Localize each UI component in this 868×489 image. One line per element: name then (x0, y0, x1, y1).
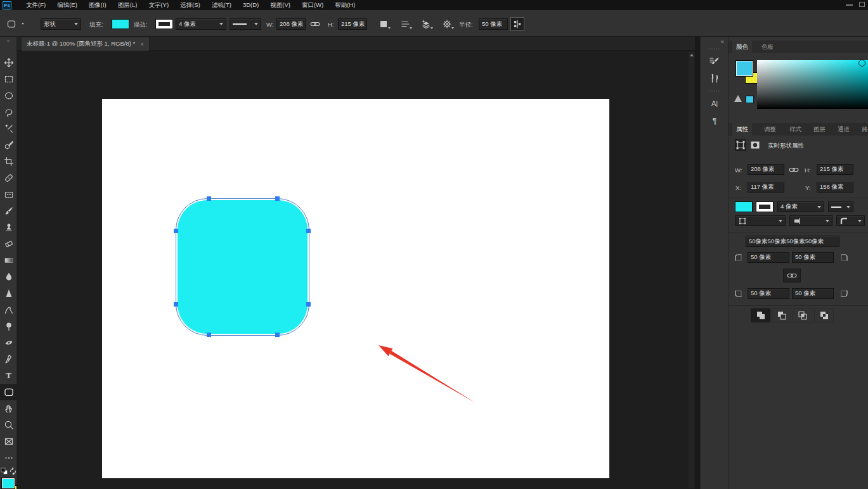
tab-swatches[interactable]: 色板 (761, 41, 774, 53)
tool-preset-chevron-icon[interactable] (22, 23, 24, 25)
stroke-align-select[interactable] (735, 215, 786, 226)
edit-toolbar-button[interactable] (0, 450, 17, 466)
collapse-panels-icon[interactable]: « (701, 37, 728, 45)
clone-stamp-tool[interactable] (0, 219, 17, 236)
tool-mode-select[interactable]: 形状 (41, 18, 81, 30)
close-tab-icon[interactable]: × (140, 41, 144, 48)
intersect-shapes-button[interactable] (793, 308, 812, 322)
menu-item-layer[interactable]: 图层(L) (112, 1, 143, 10)
rounded-rectangle-tool[interactable] (0, 384, 17, 400)
subtract-front-shape-button[interactable] (772, 308, 791, 322)
blur-tool[interactable] (0, 269, 17, 285)
canvas-area[interactable]: 未标题-1 @ 100% (圆角矩形 1, RGB/8) * × (17, 37, 695, 489)
rectangular-marquee-tool[interactable] (0, 71, 17, 87)
tab-color[interactable]: 颜色 (732, 41, 752, 53)
prop-x-field[interactable]: 117 像素 (748, 182, 784, 193)
menu-item-3d[interactable]: 3D(D) (237, 1, 264, 10)
prop-stroke-swatch[interactable] (756, 201, 774, 212)
spot-healing-brush-tool[interactable] (0, 170, 17, 186)
stroke-corner-select[interactable] (836, 215, 865, 226)
path-handle-top-right[interactable] (275, 196, 280, 201)
color-picker-cursor[interactable] (858, 60, 865, 67)
tab-adjustments[interactable]: 调整 (764, 123, 776, 136)
gradient-tool[interactable] (0, 252, 17, 269)
stroke-color-swatch[interactable] (155, 19, 173, 29)
restore-icon[interactable] (859, 2, 865, 7)
elliptical-marquee-tool[interactable] (0, 87, 17, 104)
radius-field[interactable]: 50 像素 (479, 18, 508, 30)
paragraph-panel-button[interactable]: ¶ (708, 115, 722, 127)
pen-tool[interactable] (0, 351, 17, 367)
menu-item-filter[interactable]: 滤镜(T) (206, 1, 237, 10)
sharpen-tool[interactable] (0, 285, 17, 302)
document-tab[interactable]: 未标题-1 @ 100% (圆角矩形 1, RGB/8) * × (22, 37, 149, 51)
radius-bottom-left-field[interactable]: 50 像素 (748, 288, 789, 299)
path-handle-left-top[interactable] (174, 229, 178, 233)
lasso-tool[interactable] (0, 104, 17, 120)
vertical-scrollbar[interactable] (689, 52, 694, 488)
type-tool[interactable]: T (0, 367, 17, 384)
rounded-rectangle-shape-path[interactable] (176, 198, 309, 336)
fill-color-swatch[interactable] (112, 19, 129, 29)
burn-tool[interactable] (0, 334, 17, 351)
character-panel-button[interactable]: A| (708, 98, 722, 109)
stroke-type-select[interactable] (230, 18, 261, 30)
menu-item-edit[interactable]: 编辑(E) (51, 1, 83, 10)
foreground-color-well[interactable] (736, 61, 753, 76)
swap-colors-icon[interactable] (9, 467, 17, 476)
link-dimensions-icon[interactable] (309, 20, 321, 29)
radius-bottom-right-field[interactable]: 50 像素 (792, 288, 834, 299)
brush-tool[interactable] (0, 203, 17, 219)
move-tool[interactable] (0, 54, 17, 71)
zoom-tool[interactable] (0, 417, 17, 433)
menu-item-help[interactable]: 帮助(H) (329, 1, 361, 10)
path-handle-left-bottom[interactable] (174, 302, 178, 307)
live-shape-button[interactable] (735, 139, 746, 151)
link-radii-button[interactable] (783, 269, 801, 283)
stroke-cap-select[interactable] (789, 215, 832, 226)
toolbar-grip-icon[interactable]: » (0, 37, 16, 44)
link-wh-icon[interactable] (788, 165, 800, 174)
brushes-panel-button[interactable] (708, 72, 721, 85)
path-handle-top-left[interactable] (207, 196, 211, 201)
tool-preset-button[interactable] (3, 18, 20, 30)
gamut-warning-swatch[interactable] (746, 96, 754, 103)
exclude-shapes-button[interactable] (814, 308, 834, 322)
eraser-tool[interactable] (0, 236, 17, 252)
scrollbar-up-arrow-icon[interactable] (690, 54, 694, 56)
tab-paths[interactable]: 路径 (862, 123, 868, 136)
path-handle-right-top[interactable] (306, 229, 311, 233)
gamut-warning-icon[interactable] (734, 95, 742, 102)
quick-selection-tool[interactable] (0, 137, 17, 153)
prop-y-field[interactable]: 156 像素 (817, 182, 853, 193)
hand-tool[interactable] (0, 400, 17, 417)
menu-item-select[interactable]: 选择(S) (174, 1, 206, 10)
menu-item-window[interactable]: 窗口(W) (296, 1, 329, 10)
path-handle-right-bottom[interactable] (306, 302, 311, 307)
brush-settings-panel-button[interactable] (708, 55, 721, 68)
default-colors-icon[interactable] (1, 467, 8, 475)
menu-item-file[interactable]: 文件(F) (20, 1, 51, 10)
patch-tool[interactable] (0, 186, 17, 203)
crop-tool[interactable] (0, 153, 17, 170)
radius-top-left-field[interactable]: 50 像素 (748, 252, 789, 263)
rounded-rectangle-shape-fill[interactable] (178, 200, 308, 334)
photoshop-logo[interactable]: Ps (3, 1, 11, 10)
menu-item-image[interactable]: 图像(I) (83, 1, 112, 10)
width-field[interactable]: 208 像素 (276, 18, 306, 30)
prop-w-field[interactable]: 208 像素 (748, 164, 784, 175)
radius-top-right-field[interactable]: 50 像素 (792, 252, 834, 263)
dodge-tool[interactable] (0, 318, 17, 334)
align-edges-toggle[interactable] (510, 17, 524, 31)
combine-shapes-button[interactable] (751, 308, 770, 322)
prop-fill-swatch[interactable] (735, 201, 753, 212)
tab-styles[interactable]: 样式 (789, 123, 801, 136)
path-handle-bottom-left[interactable] (207, 333, 211, 337)
minimize-icon[interactable] (846, 4, 853, 6)
tab-properties[interactable]: 属性 (732, 123, 752, 136)
prop-stroke-type-select[interactable] (828, 201, 853, 212)
tab-channels[interactable]: 通道 (838, 123, 850, 136)
masks-button[interactable] (749, 139, 761, 151)
magic-wand-tool[interactable] (0, 120, 17, 137)
tab-layers[interactable]: 图层 (813, 123, 826, 136)
